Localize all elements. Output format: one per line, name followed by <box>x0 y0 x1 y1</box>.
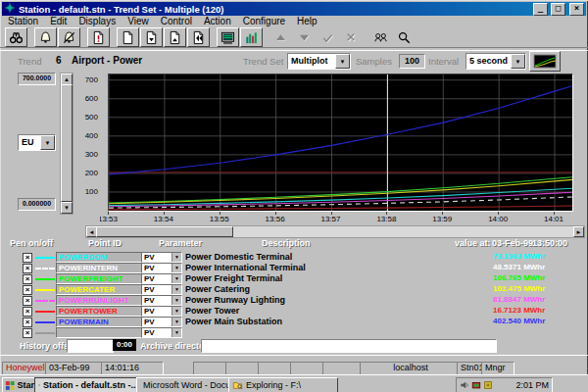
menu-edit[interactable]: Edit <box>44 16 73 27</box>
chevron-down-icon[interactable] <box>172 264 181 272</box>
menu-configure[interactable]: Configure <box>237 16 291 27</box>
horizontal-scrollbar[interactable] <box>85 225 585 238</box>
point-id-field[interactable]: POWERFREIGHT <box>56 273 143 284</box>
status-role: Mngr <box>481 362 514 375</box>
chevron-down-icon[interactable] <box>511 54 525 69</box>
parameter-select[interactable]: PV <box>141 295 182 306</box>
task-station[interactable]: Station - default.stn -... <box>34 377 142 392</box>
scroll-down-icon[interactable] <box>61 202 73 214</box>
page-button[interactable] <box>117 27 139 47</box>
parameter-select[interactable]: PV <box>141 327 182 338</box>
page-title: Airport - Power <box>72 55 142 66</box>
parameter-select[interactable]: PV <box>141 284 182 295</box>
page-up-button[interactable] <box>164 27 186 47</box>
trend-set-button[interactable] <box>529 51 561 72</box>
parameter-value: PV <box>144 318 155 326</box>
pen-line-sample <box>35 289 55 291</box>
point-id-field[interactable]: POWERDOM <box>56 252 143 263</box>
raise-icon <box>273 30 288 45</box>
scrollbar-thumb[interactable] <box>61 84 73 202</box>
pen-checkbox[interactable]: × <box>23 307 32 317</box>
display-icon <box>220 30 235 45</box>
alarm-button[interactable] <box>34 27 57 47</box>
pen-checkbox[interactable]: × <box>23 296 32 306</box>
parameter-select[interactable]: PV <box>141 273 182 284</box>
point-description: Power International Terminal <box>185 263 306 272</box>
point-id-field[interactable]: POWERTOWER <box>56 306 143 317</box>
parameter-select[interactable]: PV <box>141 263 182 273</box>
chevron-down-icon[interactable] <box>172 307 181 316</box>
raise-button[interactable] <box>270 27 292 47</box>
parameter-select[interactable]: PV <box>141 317 182 327</box>
pen-checkbox[interactable]: × <box>23 328 32 338</box>
x-axis-labels: 13:5313:5413:5513:5613:5713:5813:5914:00… <box>100 212 583 223</box>
pen-checkbox[interactable]: × <box>23 264 32 273</box>
menu-displays[interactable]: Displays <box>73 16 122 27</box>
cancel-button[interactable] <box>340 27 363 47</box>
menu-help[interactable]: Help <box>291 16 323 27</box>
chevron-down-icon[interactable] <box>172 285 181 294</box>
menu-view[interactable]: View <box>122 16 155 27</box>
minimize-button[interactable]: _ <box>533 3 548 16</box>
trend-button[interactable] <box>240 27 263 47</box>
operators-button[interactable] <box>369 27 392 47</box>
archive-directory-field[interactable] <box>201 339 497 353</box>
parameter-select[interactable]: PV <box>141 306 182 317</box>
status-bar: Honeywell 03-Feb-99 14:01:16 localhost S… <box>0 355 588 375</box>
eu-select[interactable]: EU <box>18 134 56 151</box>
point-value: 102.475 MWhr <box>493 284 545 294</box>
point-id-field[interactable] <box>56 327 143 338</box>
scroll-right-icon[interactable] <box>573 226 584 237</box>
alarm-disable-button[interactable] <box>58 27 80 47</box>
page-first-button[interactable] <box>187 27 210 47</box>
history-offset-field[interactable] <box>67 339 114 353</box>
parameter-value: PV <box>144 253 155 262</box>
find-button[interactable] <box>5 27 27 47</box>
menu-control[interactable]: Control <box>155 16 198 27</box>
task-word[interactable]: W Microsoft Word - Document1 <box>136 377 234 392</box>
trend-bars-icon <box>244 30 259 45</box>
point-id-field[interactable]: POWERINTERN <box>56 263 143 273</box>
pen-checkbox[interactable]: × <box>23 253 32 263</box>
vertical-scrollbar[interactable] <box>60 73 74 215</box>
parameter-value: PV <box>144 285 155 294</box>
alarm-disable-icon <box>62 30 76 45</box>
tray-app-icon[interactable] <box>471 380 481 390</box>
interval-select[interactable]: 5 second <box>466 53 526 70</box>
menu-action[interactable]: Action <box>198 16 237 27</box>
display-button[interactable] <box>217 27 239 47</box>
samples-field[interactable]: 100 <box>399 54 425 69</box>
trend-plot[interactable] <box>108 74 573 212</box>
chevron-down-icon[interactable] <box>172 253 181 262</box>
tray-app-icon[interactable] <box>483 380 493 390</box>
pen-checkbox[interactable]: × <box>23 274 32 284</box>
chevron-down-icon[interactable] <box>335 54 350 69</box>
point-id-field[interactable]: POWERCATER <box>56 284 143 295</box>
y-axis-labels: 100200300400500600700 <box>73 74 100 210</box>
scrollbar-thumb[interactable] <box>96 226 233 237</box>
trend-plot-svg[interactable] <box>109 74 572 211</box>
speaker-icon[interactable] <box>460 380 469 390</box>
page-down-button[interactable] <box>140 27 163 47</box>
windows-logo-icon <box>5 380 15 391</box>
close-button[interactable]: × <box>569 3 584 16</box>
chevron-down-icon[interactable] <box>172 296 181 305</box>
point-id-field[interactable]: POWERRUNLIGHT <box>56 295 143 306</box>
chevron-down-icon[interactable] <box>40 135 55 150</box>
menu-station[interactable]: Station <box>2 16 44 27</box>
chevron-down-icon[interactable] <box>172 328 181 337</box>
parameter-select[interactable]: PV <box>141 252 182 263</box>
chevron-down-icon[interactable] <box>172 318 181 326</box>
alarm-page-button[interactable] <box>87 27 110 47</box>
accept-button[interactable] <box>317 27 339 47</box>
lower-button[interactable] <box>293 27 316 47</box>
pen-checkbox[interactable]: × <box>23 285 32 295</box>
chevron-down-icon[interactable] <box>172 274 181 283</box>
zoom-button[interactable] <box>393 27 416 47</box>
trend-set-select[interactable]: Multiplot <box>287 53 351 70</box>
task-explorer[interactable]: Exploring - F:\ <box>228 377 338 392</box>
legend-row: × POWERINTERN PV Power International Ter… <box>0 263 588 273</box>
point-id-field[interactable]: POWERMAIN <box>56 317 143 327</box>
maximize-button[interactable]: □ <box>551 3 565 16</box>
pen-checkbox[interactable]: × <box>23 318 32 327</box>
